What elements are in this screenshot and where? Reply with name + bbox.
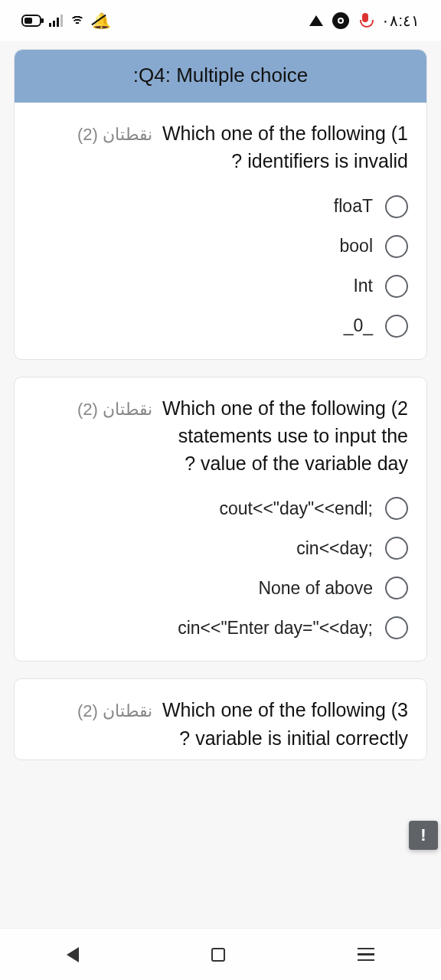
report-problem-button[interactable]: ! [409, 821, 438, 850]
section-header: :Q4: Multiple choice [15, 50, 426, 103]
question-text-2: نقطتان (2) Which one of the following (2… [33, 394, 408, 478]
radio-icon [385, 315, 408, 338]
battery-icon [21, 15, 41, 27]
radio-icon [385, 235, 408, 258]
radio-icon [385, 616, 408, 639]
question-text-1: نقطتان (2) Which one of the following (1… [33, 119, 408, 175]
points-label: نقطتان (2) [77, 701, 152, 720]
wifi-icon [70, 15, 84, 26]
option-label: cin<<day; [296, 538, 373, 559]
question-card-2: نقطتان (2) Which one of the following (2… [14, 377, 427, 662]
google-lens-icon [332, 12, 349, 29]
mic-icon [358, 13, 372, 28]
radio-icon [385, 195, 408, 218]
app-content: :Q4: Multiple choice نقطتان (2) Which on… [0, 41, 441, 928]
options-list-2: cout<<"day"<<endl; cin<<day; None of abo… [33, 497, 408, 639]
option-Int[interactable]: Int [353, 275, 408, 298]
question-card-1: :Q4: Multiple choice نقطتان (2) Which on… [14, 49, 427, 360]
option-none[interactable]: None of above [258, 577, 408, 599]
option-label: _0_ [344, 315, 373, 336]
status-bar: 🔔 ٠٨:٤١ [0, 0, 441, 41]
option-label: Int [353, 276, 373, 296]
home-button[interactable] [211, 948, 225, 962]
option-label: cin<<"Enter day="<<day; [178, 618, 373, 639]
system-nav-bar [0, 928, 441, 980]
option-label: floaT [334, 196, 373, 217]
clock: ٠٨:٤١ [381, 11, 420, 30]
phone-frame: 🔔 ٠٨:٤١ :Q4: Multiple choice نقطتان (2) … [0, 0, 441, 980]
back-button[interactable] [67, 947, 79, 962]
radio-icon [385, 537, 408, 560]
question-card-3: نقطتان (2) Which one of the following (3… [14, 678, 427, 760]
radio-icon [385, 577, 408, 599]
option-cin-day[interactable]: cin<<day; [296, 537, 408, 560]
option-label: None of above [258, 578, 373, 599]
options-list-1: floaT bool Int _0_ [33, 195, 408, 338]
radio-icon [385, 275, 408, 298]
dark-mode-icon [309, 15, 323, 26]
radio-icon [385, 497, 408, 520]
question-text-3: نقطتان (2) Which one of the following (3… [33, 696, 408, 752]
points-label: نقطتان (2) [77, 125, 152, 144]
recents-button[interactable] [358, 948, 374, 962]
points-label: نقطتان (2) [77, 400, 152, 419]
signal-icon [49, 15, 63, 27]
option-label: bool [340, 236, 373, 256]
status-right: ٠٨:٤١ [309, 11, 420, 30]
option-cin-enter-day[interactable]: cin<<"Enter day="<<day; [178, 616, 408, 639]
option-bool[interactable]: bool [340, 235, 408, 258]
option-cout-day[interactable]: cout<<"day"<<endl; [220, 497, 409, 520]
option-floaT[interactable]: floaT [334, 195, 408, 218]
option-underscore0[interactable]: _0_ [344, 315, 408, 338]
status-left: 🔔 [21, 11, 111, 30]
exclamation-icon: ! [420, 825, 426, 845]
notifications-off-icon: 🔔 [92, 11, 111, 30]
option-label: cout<<"day"<<endl; [220, 498, 374, 519]
